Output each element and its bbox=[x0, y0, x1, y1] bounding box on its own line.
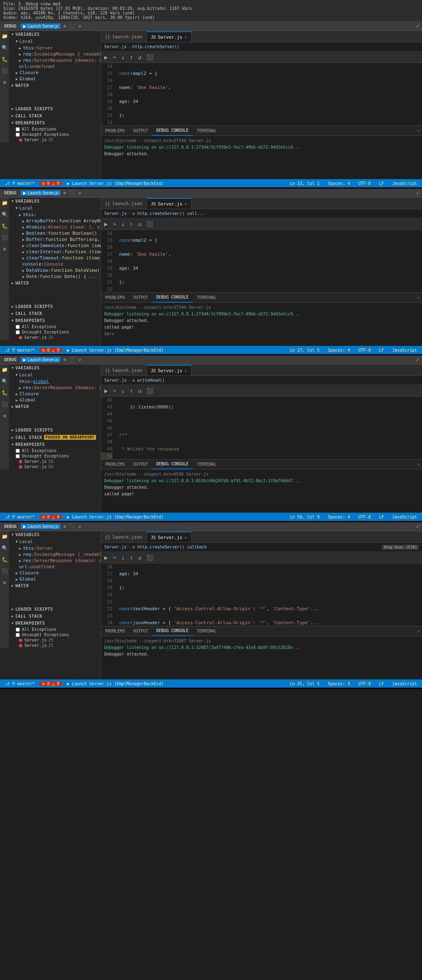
bp-file-serverjs-1[interactable]: Server.js 25 bbox=[9, 137, 101, 142]
var-cleartimeout-2[interactable]: ▶ clearTimeout: function (timer) { ... bbox=[9, 255, 101, 261]
step-over-btn-1[interactable]: ↷ bbox=[111, 53, 117, 61]
debug-icon-1[interactable]: 🐛 bbox=[2, 56, 8, 62]
explorer-icon-1[interactable]: 📁 bbox=[2, 33, 8, 39]
var-global-4[interactable]: ▶ Global bbox=[9, 576, 101, 582]
var-url-4[interactable]: url: undefined bbox=[9, 564, 101, 570]
call-stack-header-2[interactable]: CALL STACK bbox=[9, 310, 101, 317]
bp-uncaught-checkbox-1[interactable] bbox=[16, 133, 20, 137]
step-over-btn-4[interactable]: ↷ bbox=[111, 553, 117, 562]
bp-all-exceptions-checkbox-1[interactable] bbox=[16, 127, 20, 131]
var-date-2[interactable]: ▶ Date: function Date() { ... } bbox=[9, 273, 101, 280]
restart-icon-3[interactable]: ↺ bbox=[77, 357, 82, 362]
launch-btn-1[interactable]: ▶ Launch Server.js bbox=[21, 23, 61, 29]
output-tab-1[interactable]: OUTPUT bbox=[129, 126, 152, 136]
variables-header-2[interactable]: VARIABLES bbox=[9, 198, 101, 205]
step-over-btn-2[interactable]: ↷ bbox=[111, 220, 117, 228]
maximize-icon-4[interactable]: ⤢ bbox=[415, 524, 420, 529]
var-req-4[interactable]: ▶ req: IncomingMessage {_readableSta... bbox=[9, 551, 101, 558]
restart-debug-btn-4[interactable]: ↺ bbox=[136, 553, 143, 562]
settings-sidebar-icon-3[interactable]: ⚙ bbox=[3, 413, 6, 419]
debug-icon-4[interactable]: 🐛 bbox=[2, 557, 8, 562]
var-res-1[interactable]: ▶ res: ServerResponse {domain: null,... bbox=[9, 57, 101, 63]
bp-file-serverjs-4[interactable]: Server.js 25 bbox=[9, 637, 101, 643]
settings-sidebar-icon-4[interactable]: ⚙ bbox=[3, 580, 6, 586]
bp-file-serverjs-2[interactable]: Server.js 25 bbox=[9, 335, 101, 340]
step-out-btn-4[interactable]: ↑ bbox=[128, 553, 134, 562]
explorer-icon-4[interactable]: 📁 bbox=[2, 534, 8, 539]
step-out-btn-1[interactable]: ↑ bbox=[128, 53, 134, 61]
bp-uncaught-checkbox-4[interactable] bbox=[16, 633, 20, 637]
bp-file-serverjs-3b[interactable]: Server.js 50 bbox=[9, 464, 101, 469]
step-out-btn-3[interactable]: ↑ bbox=[128, 387, 134, 395]
stop-icon-3[interactable]: ⬛ bbox=[68, 357, 76, 362]
local-header-2[interactable]: Local bbox=[9, 205, 101, 212]
continue-btn-2[interactable]: ▶ bbox=[103, 220, 109, 228]
terminal-tab-4[interactable]: TERMINAL bbox=[193, 626, 221, 636]
restart-debug-btn-1[interactable]: ↺ bbox=[136, 53, 143, 61]
var-this-2[interactable]: ▶ this: bbox=[9, 212, 101, 218]
problems-tab-2[interactable]: PROBLEMS bbox=[101, 293, 129, 303]
extensions-icon-4[interactable]: ⬛ bbox=[2, 568, 8, 574]
settings-icon-4[interactable]: ⚙ bbox=[62, 524, 67, 529]
tab-close-icon-3[interactable]: ✕ bbox=[185, 369, 187, 373]
stop-icon-2[interactable]: ⬛ bbox=[68, 190, 76, 196]
var-boolean-2[interactable]: ▶ Boolean: function Boolean() { ... } bbox=[9, 230, 101, 236]
continue-btn-1[interactable]: ▶ bbox=[103, 53, 109, 61]
tab-close-icon-2[interactable]: ✕ bbox=[185, 202, 187, 206]
bp-all-exceptions-1[interactable]: All Exceptions bbox=[9, 126, 101, 132]
debug-console-tab-3[interactable]: DEBUG CONSOLE bbox=[152, 460, 192, 469]
loaded-scripts-header-2[interactable]: LOADED SCRIPTS bbox=[9, 303, 101, 310]
terminal-tab-3[interactable]: TERMINAL bbox=[193, 460, 221, 469]
watch-header-3[interactable]: WATCH bbox=[9, 403, 101, 410]
bp-file-serverjs-4b[interactable]: Server.js 25 bbox=[9, 643, 101, 648]
local-header-4[interactable]: Local bbox=[9, 538, 101, 545]
terminal-tab-2[interactable]: TERMINAL bbox=[193, 293, 221, 303]
stop-debug-btn-3[interactable]: ⬛ bbox=[145, 387, 155, 395]
tab-server-js-2[interactable]: JS Server.js ✕ bbox=[147, 198, 192, 209]
output-tab-3[interactable]: OUTPUT bbox=[129, 460, 152, 469]
continue-btn-3[interactable]: ▶ bbox=[103, 387, 109, 395]
tab-server-js-1[interactable]: JS Server.js ✕ bbox=[147, 31, 192, 42]
bp-uncaught-2[interactable]: Uncaught Exceptions bbox=[9, 329, 101, 335]
more-tabs-icon-1[interactable]: ≡ bbox=[415, 128, 422, 133]
stop-debug-btn-4[interactable]: ⬛ bbox=[145, 553, 155, 562]
debug-icon-3[interactable]: 🐛 bbox=[2, 390, 8, 396]
step-into-btn-1[interactable]: ↓ bbox=[120, 53, 126, 61]
var-console-2[interactable]: console: Console bbox=[9, 261, 101, 267]
settings-icon-3[interactable]: ⚙ bbox=[62, 357, 67, 362]
terminal-tab-1[interactable]: TERMINAL bbox=[193, 126, 221, 136]
bp-uncaught-checkbox-3[interactable] bbox=[16, 454, 20, 458]
var-this-4[interactable]: ▶ this: Server bbox=[9, 545, 101, 551]
var-closure-1[interactable]: ▶ Closure bbox=[9, 70, 101, 76]
continue-btn-4[interactable]: ▶ bbox=[103, 553, 109, 562]
launch-btn-3[interactable]: ▶ Launch Server.js bbox=[21, 357, 61, 362]
stop-icon-4[interactable]: ⬛ bbox=[68, 524, 76, 529]
bp-all-exceptions-3[interactable]: All Exceptions bbox=[9, 448, 101, 453]
bp-uncaught-3[interactable]: Uncaught Exceptions bbox=[9, 453, 101, 459]
step-into-btn-3[interactable]: ↓ bbox=[120, 387, 126, 395]
var-closure-3[interactable]: ▶ Closure bbox=[9, 391, 101, 397]
debug-console-tab-4[interactable]: DEBUG CONSOLE bbox=[152, 626, 192, 636]
watch-header-4[interactable]: WATCH bbox=[9, 582, 101, 589]
watch-header-2[interactable]: WATCH bbox=[9, 280, 101, 287]
extensions-icon-3[interactable]: ⬛ bbox=[2, 401, 8, 407]
bp-uncaught-checkbox-2[interactable] bbox=[16, 330, 20, 334]
more-tabs-icon-4[interactable]: ≡ bbox=[415, 629, 422, 633]
bp-uncaught-1[interactable]: Uncaught Exceptions bbox=[9, 132, 101, 137]
var-clearinterval-2[interactable]: ▶ clearInterval: function (timer) { ... bbox=[9, 249, 101, 255]
var-res-4[interactable]: ▶ res: ServerResponse {domain: null,... bbox=[9, 558, 101, 564]
maximize-icon-2[interactable]: ⤢ bbox=[415, 190, 420, 196]
search-icon-2[interactable]: 🔍 bbox=[2, 212, 8, 217]
step-into-btn-4[interactable]: ↓ bbox=[120, 553, 126, 562]
var-clearimmediate-2[interactable]: ▶ clearImmediate: function (immediat... bbox=[9, 243, 101, 249]
extensions-icon-2[interactable]: ⬛ bbox=[2, 235, 8, 240]
launch-btn-2[interactable]: ▶ Launch Server.js bbox=[21, 190, 61, 196]
var-this-3[interactable]: this: global bbox=[9, 378, 101, 385]
bp-all-exceptions-checkbox-2[interactable] bbox=[16, 325, 20, 329]
var-global-1[interactable]: ▶ Global bbox=[9, 76, 101, 82]
local-header-1[interactable]: Local bbox=[9, 38, 101, 45]
breakpoints-header-2[interactable]: BREAKPOINTS bbox=[9, 317, 101, 324]
search-icon-1[interactable]: 🔍 bbox=[2, 45, 8, 51]
problems-tab-1[interactable]: PROBLEMS bbox=[101, 126, 129, 136]
var-atomics-2[interactable]: ▶ Atomics: Atomics {load: (, store: ... bbox=[9, 224, 101, 230]
